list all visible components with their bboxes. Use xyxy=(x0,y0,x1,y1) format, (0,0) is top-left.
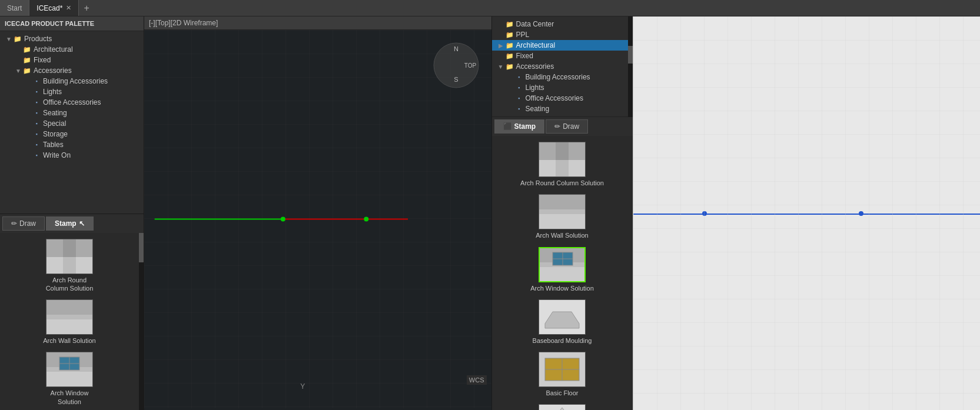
far-right-line xyxy=(633,214,981,215)
left-tree-item-11[interactable]: ▪ Write On xyxy=(0,150,144,161)
right-product-item-r-arch-window[interactable]: Arch Window Solution xyxy=(494,244,630,296)
far-right-dot2 xyxy=(859,211,863,216)
stamp-label: Stamp xyxy=(55,219,77,228)
right-tree-item-7[interactable]: ▪ Office Accessories xyxy=(492,93,628,104)
left-tree-item-3[interactable]: ▼ 📁 Accessories xyxy=(0,65,144,76)
right-tree-item-2[interactable]: ▶ 📁 Architectural xyxy=(492,40,628,51)
left-tree-item-2[interactable]: 📁 Fixed xyxy=(0,55,144,65)
right-product-item-r-baseboard[interactable]: Baseboard Moulding xyxy=(494,296,630,348)
stamp-button[interactable]: Stamp ↖ xyxy=(46,216,94,231)
left-button-row: ✏ Draw Stamp ↖ xyxy=(0,214,144,233)
right-tree-item-5[interactable]: ▪ Building Accessories xyxy=(492,72,628,82)
nav-cube[interactable]: N TOP S xyxy=(433,42,480,89)
product-thumbnail xyxy=(46,352,93,387)
svg-rect-3 xyxy=(63,239,76,257)
product-thumbnail xyxy=(539,194,586,229)
right-tree-item-6[interactable]: ▪ Lights xyxy=(492,82,628,93)
tree-node-label: Office Accessories xyxy=(526,94,583,102)
viewport[interactable]: [-][Top][2D Wireframe] xyxy=(144,16,491,410)
product-label: Basic Floor xyxy=(546,389,578,397)
tree-node-label: Storage xyxy=(43,130,68,138)
tab-start[interactable]: Start xyxy=(0,0,29,16)
item-icon: ▪ xyxy=(32,109,41,117)
svg-rect-28 xyxy=(539,209,585,214)
tree-toggle[interactable]: ▼ xyxy=(14,68,22,74)
product-thumbnail xyxy=(539,299,586,335)
tree-node-label: Fixed xyxy=(34,56,51,64)
left-product-item-arch-round[interactable]: Arch RoundColumn Solution xyxy=(2,235,137,296)
right-stamp-icon: ⬛ xyxy=(503,122,512,131)
right-tree-item-3[interactable]: 📁 Fixed xyxy=(492,51,628,61)
left-product-list[interactable]: Arch RoundColumn Solution Arch Wall Solu… xyxy=(0,233,139,411)
product-label: Baseboard Moulding xyxy=(533,336,592,345)
right-product-list[interactable]: Arch Round Column Solution Arch Wall Sol… xyxy=(492,136,633,410)
right-panel: 📁 Data Center 📁 PPL ▶ 📁 Architectural 📁 … xyxy=(491,16,633,410)
tab-icecad-close[interactable]: ✕ xyxy=(66,4,71,12)
tab-add-icon: + xyxy=(84,3,89,14)
right-tree-item-4[interactable]: ▼ 📁 Accessories xyxy=(492,61,628,72)
svg-text:S: S xyxy=(454,76,458,83)
left-tree-item-1[interactable]: 📁 Architectural xyxy=(0,44,144,55)
tree-node-label: Special xyxy=(43,119,66,128)
tree-node-label: PPL xyxy=(516,31,530,39)
item-icon: ▪ xyxy=(32,77,41,85)
right-tree-item-0[interactable]: 📁 Data Center xyxy=(492,19,628,29)
left-tree-item-9[interactable]: ▪ Storage xyxy=(0,129,144,139)
left-tree-item-5[interactable]: ▪ Lights xyxy=(0,86,144,97)
svg-rect-25 xyxy=(556,142,569,160)
tree-node-label: Products xyxy=(24,35,52,43)
svg-rect-30 xyxy=(540,265,584,282)
item-icon: ▪ xyxy=(32,141,41,149)
svg-point-17 xyxy=(364,217,368,222)
tree-toggle[interactable]: ▼ xyxy=(497,64,505,70)
right-pencil-icon: ✏ xyxy=(554,122,560,131)
left-product-item-arch-wall[interactable]: Arch Wall Solution xyxy=(2,296,137,348)
tree-toggle[interactable]: ▼ xyxy=(5,36,13,42)
left-tree-item-7[interactable]: ▪ Seating xyxy=(0,108,144,118)
right-stamp-button[interactable]: ⬛ Stamp xyxy=(494,119,545,134)
folder-icon: 📁 xyxy=(505,62,514,71)
right-product-item-r-arch-round[interactable]: Arch Round Column Solution xyxy=(494,138,630,191)
svg-text:N: N xyxy=(454,45,459,52)
left-tree-item-8[interactable]: ▪ Special xyxy=(0,118,144,129)
tree-node-label: Building Accessories xyxy=(526,73,590,81)
right-tree-item-1[interactable]: 📁 PPL xyxy=(492,29,628,40)
left-panel: ICECAD PRODUCT PALETTE ▼ 📁 Products 📁 Ar… xyxy=(0,16,144,410)
product-thumbnail xyxy=(539,247,586,282)
right-tree-item-8[interactable]: ▪ Seating xyxy=(492,104,628,114)
tab-icecad[interactable]: ICEcad* ✕ xyxy=(29,0,79,16)
right-stamp-label: Stamp xyxy=(514,122,536,131)
main-row: ICECAD PRODUCT PALETTE ▼ 📁 Products 📁 Ar… xyxy=(0,16,980,410)
left-tree-item-6[interactable]: ▪ Office Accessories xyxy=(0,97,144,108)
tab-icecad-label: ICEcad* xyxy=(36,4,62,12)
folder-icon: 📁 xyxy=(22,66,32,75)
product-thumbnail xyxy=(46,299,93,335)
right-draw-button[interactable]: ✏ Draw xyxy=(546,119,588,134)
svg-rect-27 xyxy=(539,212,585,229)
item-icon: ▪ xyxy=(32,119,41,128)
draw-button[interactable]: ✏ Draw xyxy=(2,216,45,231)
right-product-item-r-arch-wall[interactable]: Arch Wall Solution xyxy=(494,191,630,243)
tree-toggle[interactable]: ▶ xyxy=(497,42,505,49)
right-tree-scrollbar-handle[interactable] xyxy=(628,46,633,64)
left-tree[interactable]: ▼ 📁 Products 📁 Architectural 📁 Fixed ▼ 📁… xyxy=(0,31,144,214)
tree-node-label: Architectural xyxy=(34,45,73,54)
item-icon: ▪ xyxy=(32,98,41,106)
left-product-item-arch-window[interactable]: Arch WindowSolution xyxy=(2,348,137,409)
left-tree-item-4[interactable]: ▪ Building Accessories xyxy=(0,76,144,86)
right-product-item-r-partial[interactable] xyxy=(494,401,630,410)
viewport-canvas[interactable]: N TOP S WCS Y xyxy=(144,30,491,408)
right-tree[interactable]: 📁 Data Center 📁 PPL ▶ 📁 Architectural 📁 … xyxy=(492,16,628,117)
item-icon: ▪ xyxy=(514,84,524,92)
draw-label: Draw xyxy=(19,219,36,228)
left-tree-item-10[interactable]: ▪ Tables xyxy=(0,139,144,150)
tab-start-label: Start xyxy=(7,4,22,12)
right-product-item-r-basic-floor[interactable]: Basic Floor xyxy=(494,348,630,401)
folder-icon: 📁 xyxy=(505,41,514,49)
item-icon: ▪ xyxy=(514,94,524,102)
tab-add-button[interactable]: + xyxy=(79,0,94,16)
right-tree-scrollbar[interactable] xyxy=(628,16,633,117)
wcs-label: WCS xyxy=(467,375,487,385)
folder-icon: 📁 xyxy=(505,52,514,60)
left-tree-item-0[interactable]: ▼ 📁 Products xyxy=(0,34,144,44)
